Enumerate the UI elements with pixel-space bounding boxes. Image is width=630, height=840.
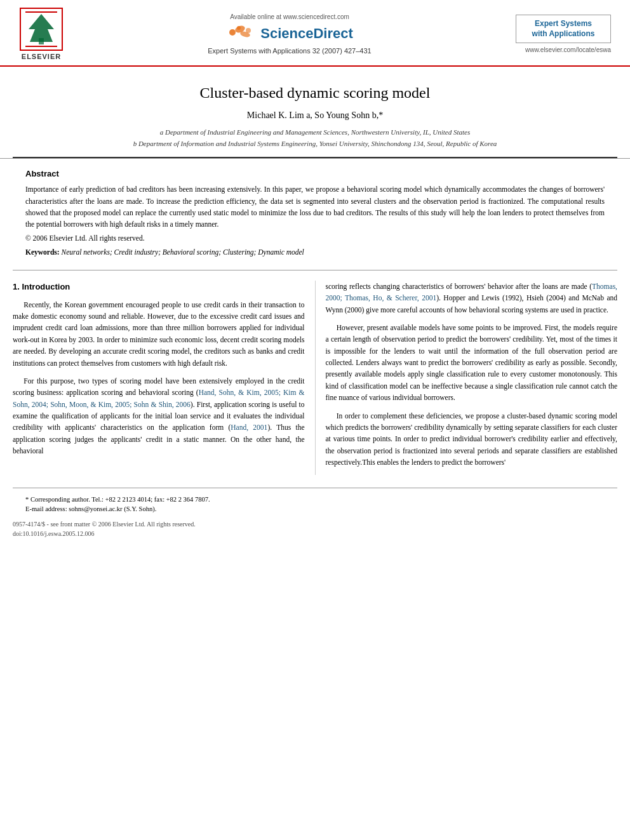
- section-title-text: Introduction: [22, 282, 70, 291]
- two-column-body: 1. Introduction Recently, the Korean gov…: [0, 281, 630, 475]
- authors: Michael K. Lim a, So Young Sohn b,*: [38, 110, 592, 121]
- journal-url: www.elsevier.com/locate/eswa: [525, 46, 611, 53]
- affiliation-b: b Department of Information and Industri…: [38, 138, 592, 150]
- footer-issn: 0957-4174/$ - see front matter © 2006 El…: [13, 519, 617, 529]
- article-title-section: Cluster-based dynamic scoring model Mich…: [0, 67, 630, 157]
- right-column: scoring reflects changing characteristic…: [316, 281, 618, 475]
- abstract-title: Abstract: [25, 169, 605, 178]
- journal-info: Expert Systems with Applications 32 (200…: [208, 47, 371, 55]
- footnote-email: E-mail address: sohns@yonsei.ac.kr (S.Y.…: [25, 504, 605, 514]
- journal-box: Expert Systemswith Applications: [516, 15, 611, 43]
- keywords: Keywords: Neural networks; Credit indust…: [25, 248, 605, 256]
- sciencedirect-logo: ScienceDirect: [226, 23, 353, 44]
- available-online-text: Available online at www.sciencedirect.co…: [230, 13, 349, 20]
- header-center: Available online at www.sciencedirect.co…: [70, 13, 509, 55]
- keywords-label: Keywords:: [25, 248, 60, 256]
- intro-para-2: For this purpose, two types of scoring m…: [13, 375, 305, 457]
- header-right: Expert Systemswith Applications www.else…: [509, 15, 611, 53]
- footnote-corresponding: * Corresponding author. Tel.: +82 2 2123…: [25, 495, 605, 505]
- right-para-3: In order to complement these deficiencie…: [326, 410, 618, 469]
- svg-point-9: [246, 28, 251, 33]
- article-title: Cluster-based dynamic scoring model: [38, 84, 592, 102]
- right-para-1: scoring reflects changing characteristic…: [326, 281, 618, 316]
- journal-box-title: Expert Systemswith Applications: [523, 19, 604, 39]
- footnote-section: * Corresponding author. Tel.: +82 2 2123…: [13, 488, 617, 515]
- footer-bottom: 0957-4174/$ - see front matter © 2006 El…: [0, 514, 630, 545]
- elsevier-logo: ELSEVIER: [13, 8, 70, 60]
- svg-rect-2: [39, 38, 44, 44]
- sd-icon: [226, 23, 257, 44]
- copyright-text: © 2006 Elsevier Ltd. All rights reserved…: [25, 234, 605, 242]
- ref-hand-2001[interactable]: Hand, 2001: [231, 423, 267, 431]
- ref-thomas-2000[interactable]: Thomas, 2000; Thomas, Ho, & Scherer, 200…: [326, 283, 618, 302]
- right-para-2: However, present available models have s…: [326, 322, 618, 404]
- page-header: ELSEVIER Available online at www.science…: [0, 0, 630, 67]
- section-number: 1.: [13, 282, 20, 291]
- svg-point-8: [237, 26, 241, 30]
- svg-point-5: [229, 29, 236, 36]
- left-column: 1. Introduction Recently, the Korean gov…: [13, 281, 315, 475]
- abstract-section: Abstract Importance of early prediction …: [0, 158, 630, 263]
- affiliations: a Department of Industrial Engineering a…: [38, 127, 592, 149]
- intro-section-title: 1. Introduction: [13, 281, 305, 294]
- footer-doi: doi:10.1016/j.eswa.2005.12.006: [13, 529, 617, 538]
- intro-para-1: Recently, the Korean government encourag…: [13, 299, 305, 369]
- elsevier-label: ELSEVIER: [22, 53, 61, 60]
- keywords-text: Neural networks; Credit industry; Behavi…: [62, 248, 304, 256]
- affiliation-a: a Department of Industrial Engineering a…: [38, 127, 592, 138]
- sciencedirect-text: ScienceDirect: [260, 25, 353, 42]
- abstract-text: Importance of early prediction of bad cr…: [25, 183, 605, 230]
- elsevier-logo-box: [20, 8, 63, 51]
- page-container: ELSEVIER Available online at www.science…: [0, 0, 630, 840]
- ref-hand-2005[interactable]: Hand, Sohn, & Kim, 2005; Kim & Sohn, 200…: [13, 389, 305, 408]
